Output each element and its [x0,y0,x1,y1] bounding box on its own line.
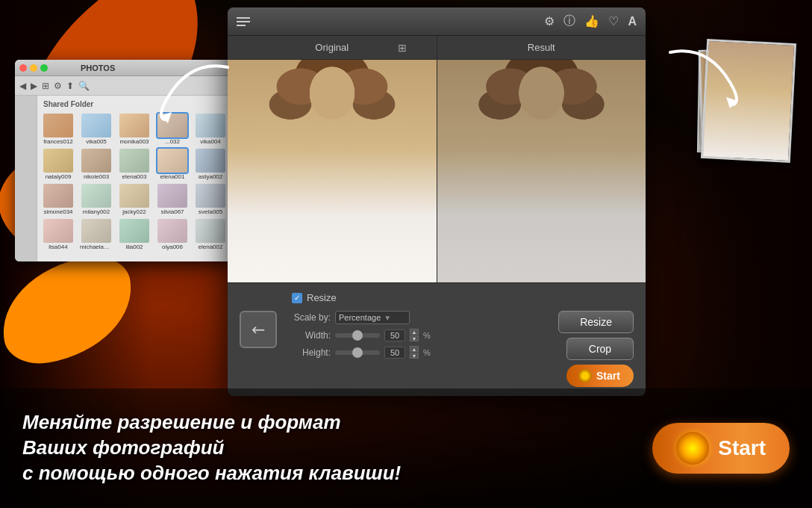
start-button-small[interactable]: Start [566,365,634,387]
height-stepper[interactable]: ▲ ▼ [410,346,419,359]
toolbar-forward-icon[interactable]: ▶ [31,81,37,91]
list-item[interactable]: nikole003 [78,148,114,181]
original-label: Original [315,42,349,53]
photo-thumbnail [43,184,73,208]
title-bar-left [237,17,250,26]
compare-icon[interactable]: ⊞ [398,42,407,54]
list-item[interactable]: elena001 [154,148,190,181]
height-slider-thumb [352,347,363,358]
list-item[interactable]: sveta005 [193,183,228,216]
list-item[interactable]: vika005 [78,113,114,146]
resize-checkbox[interactable] [292,293,302,303]
photo-thumbnail [196,149,225,173]
select-arrow-icon: ▼ [384,314,391,322]
list-item[interactable]: frances012 [40,113,76,146]
radiation-icon-small [578,369,592,382]
heart-icon[interactable]: ♡ [608,14,619,28]
start-button-large[interactable]: Start [652,423,790,474]
bottom-text-line3: с помощью одного нажатия клавиши! [22,461,637,486]
height-slider[interactable] [335,350,380,355]
list-item[interactable]: milany002 [78,183,114,216]
width-decrement[interactable]: ▼ [410,335,419,341]
list-item[interactable]: nataly009 [40,148,76,181]
list-item[interactable]: silvia067 [154,183,190,216]
list-item[interactable]: lisa044 [40,218,76,251]
crop-button[interactable]: Crop [566,338,634,360]
photo-name: astya002 [194,173,227,180]
toolbar-view-icon[interactable]: ⊞ [42,81,49,91]
photo-thumbnail [157,184,187,208]
photo-name: vika004 [194,138,227,145]
file-browser-sidebar [15,96,37,261]
toolbar-back-icon[interactable]: ◀ [19,81,26,91]
toolbar-action-icon[interactable]: ⚙ [54,81,62,91]
width-label: Width: [286,330,331,341]
scale-by-select[interactable]: Percentage ▼ [335,311,410,324]
resize-icon: ↙ [246,318,269,341]
scale-by-label: Scale by: [286,312,331,323]
width-stepper[interactable]: ▲ ▼ [410,329,419,341]
photo-name: vika005 [80,138,113,145]
settings-icon[interactable]: ⚙ [544,14,555,28]
result-header: Result [437,36,646,59]
width-increment[interactable]: ▲ [410,329,419,335]
list-item[interactable]: simone034 [40,183,76,216]
photo-thumbnail [81,149,111,173]
resize-button[interactable]: Resize [558,311,634,333]
list-item[interactable]: michaela003 [78,218,114,251]
photo-thumbnail [196,184,225,208]
thumbup-icon[interactable]: 👍 [584,14,599,28]
image-panels [228,60,646,282]
photo-thumbnail [119,184,149,208]
width-value[interactable]: 50 [384,329,405,341]
photo-name: jacky022 [118,208,151,215]
list-item[interactable]: astya002 [193,148,228,181]
photo-name: elena001 [156,173,189,180]
height-increment[interactable]: ▲ [410,346,419,352]
photo-name: simone034 [42,208,75,215]
height-value[interactable]: 50 [384,347,405,359]
list-item[interactable]: lila002 [116,218,152,251]
toolbar-search-icon[interactable]: 🔍 [78,81,90,91]
original-header: Original ⊞ [228,36,437,59]
scale-by-row: Scale by: Percentage ▼ [286,311,549,324]
form-fields: Scale by: Percentage ▼ Width: 50 [286,311,549,363]
width-row: Width: 50 ▲ ▼ % [286,329,549,341]
resize-icon-box: ↙ [240,311,277,348]
list-item[interactable]: olya006 [154,218,190,251]
toolbar-share-icon[interactable]: ⬆ [66,81,74,91]
window-maximize-button[interactable] [40,64,48,72]
bottom-text-line1: Меняйте разрешение и формат [22,410,637,436]
width-slider-thumb [352,330,363,341]
window-close-button[interactable] [19,64,27,72]
photo-name: frances012 [42,138,75,145]
view-headers: Original ⊞ Result [228,36,646,60]
height-decrement[interactable]: ▼ [410,353,419,359]
photo-thumbnail [43,219,73,243]
window-minimize-button[interactable] [30,64,37,72]
photo-thumbnail [119,219,149,243]
font-icon[interactable]: A [628,15,637,28]
photo-name: ...032 [156,138,189,145]
photo-name: olya006 [156,244,189,250]
width-slider[interactable] [335,333,380,338]
start-label-large: Start [718,436,766,460]
resize-checkbox-row: Resize [292,292,634,303]
list-item[interactable]: elena002 [193,218,228,251]
bottom-controls: Resize ↙ Scale by: Percentage ▼ Width: [228,282,646,396]
photo-thumbnail [196,219,225,243]
app-window: ⚙ ⓘ 👍 ♡ A Original ⊞ Result [228,7,646,396]
original-photo [228,60,437,282]
photo-thumbnail [157,149,187,173]
hamburger-menu[interactable] [237,17,250,26]
hamburger-line-2 [237,21,250,22]
info-icon[interactable]: ⓘ [563,13,575,29]
resize-checkbox-label: Resize [307,292,337,303]
photo-thumbnail [81,114,111,137]
list-item[interactable]: jacky022 [116,183,152,216]
file-browser-title: PHOTOS [81,64,115,72]
list-item[interactable]: elena003 [116,148,152,181]
title-bar: ⚙ ⓘ 👍 ♡ A [228,7,646,36]
arrow-right-svg [655,37,752,112]
original-image-panel [228,60,437,282]
